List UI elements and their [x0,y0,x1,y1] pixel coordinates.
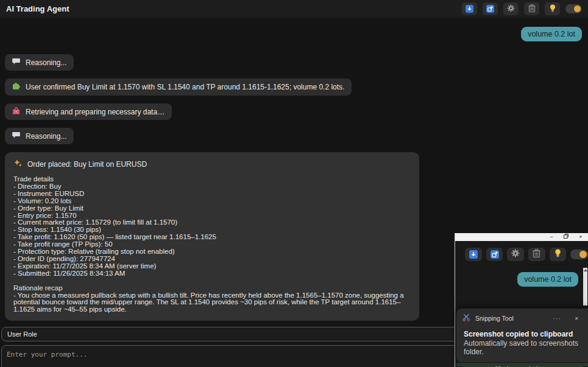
role-select-value: User Role [7,330,37,338]
gear-icon [507,4,515,15]
message-retrieving-data: Retrieving and preparing necessary data… [5,103,172,120]
download-button[interactable] [462,2,477,15]
order-title-text: Order placed: Buy Limit on EURUSD [27,160,147,169]
auto-toggle[interactable] [565,4,582,13]
reasoning-chip-1[interactable]: Reasoning... [5,54,74,71]
reasoning-label: Reasoning... [26,58,66,67]
order-placed-message: Order placed: Buy Limit on EURUSD Trade … [5,152,419,321]
snipping-tool-notification: Snipping Tool ··· × Screenshot copied to… [456,309,588,362]
notification-menu-button[interactable]: ··· [553,315,561,322]
trash-icon [533,249,540,260]
mini-export-button [486,248,503,261]
reasoning-label: Reasoning... [26,132,66,141]
trash-icon [528,4,536,15]
toggle-knob-icon [579,251,587,258]
snipping-tool-icon [462,313,470,324]
notification-title: Screenshot copied to clipboard [464,330,581,338]
export-icon [491,250,499,259]
message-user-confirmed: User confirmed Buy Limit at 1.1570 with … [5,79,352,96]
mini-download-button [465,248,482,261]
message-text: User confirmed Buy Limit at 1.1570 with … [26,83,344,91]
mini-clear-button [528,248,545,261]
speech-balloon-icon [12,131,20,141]
scroll-up-icon [584,269,587,271]
clear-button[interactable] [524,2,539,15]
speech-balloon-icon [12,58,20,67]
notification-subtitle: Automatically saved to screenshots folde… [464,339,581,356]
sparkles-icon [13,159,22,169]
download-icon [469,250,478,259]
top-bar: AI Trading Agent [0,0,588,18]
app-title: AI Trading Agent [6,4,69,13]
mini-topbar-icons [465,248,588,261]
download-icon [466,5,473,13]
mini-send-button-edge [456,363,588,366]
export-icon [486,5,494,13]
puzzle-icon [12,82,20,92]
user-message-volume: volume 0.2 lot [521,27,582,41]
close-button[interactable]: × [573,233,588,241]
toggle-knob-icon [574,5,581,12]
lightbulb-icon [550,4,556,15]
topbar-icon-group [462,2,582,15]
notification-app-name: Snipping Tool [475,315,548,322]
toolbox-icon [12,107,20,116]
mini-scrollbar [583,268,587,306]
ideas-button[interactable] [545,2,560,15]
notification-close-button[interactable]: × [575,315,578,322]
restore-button[interactable] [559,233,573,241]
export-button[interactable] [483,2,498,15]
message-text: Retrieving and preparing necessary data… [26,108,165,116]
mini-ideas-button [550,248,567,261]
reasoning-chip-2[interactable]: Reasoning... [5,128,74,144]
mini-auto-toggle [570,250,588,259]
snip-preview-window: – × [455,233,588,367]
mini-user-message-volume: volume 0.2 lot [517,272,578,287]
order-details-text: Trade details - Direction: Buy - Instrum… [13,176,411,313]
lightbulb-icon [554,249,561,260]
mini-settings-button [507,248,524,261]
minimize-button[interactable]: – [544,233,559,241]
settings-button[interactable] [503,2,519,15]
gear-icon [511,249,520,260]
preview-title-bar: – × [455,233,588,241]
